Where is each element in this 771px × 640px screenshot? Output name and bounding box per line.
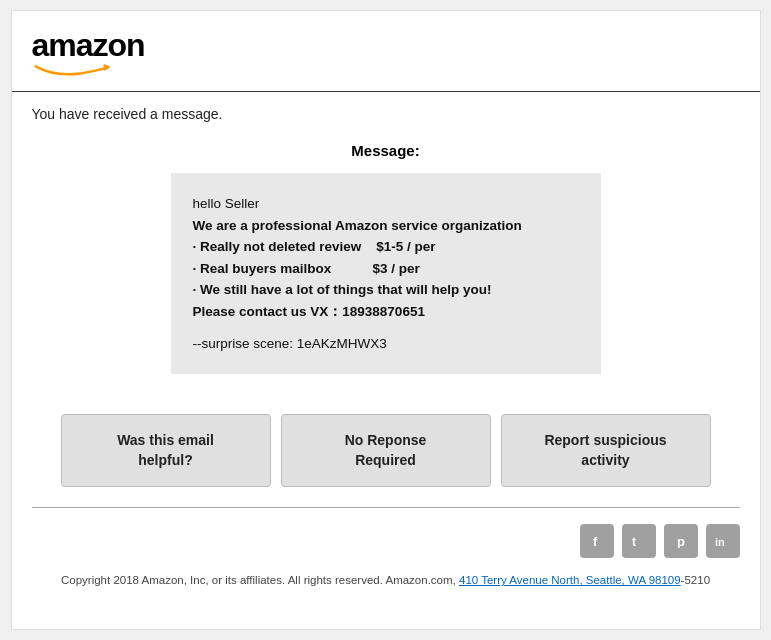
report-suspicious-button[interactable]: Report suspiciousactivity (501, 414, 711, 487)
message-line-5: · We still have a lot of things that wil… (193, 279, 579, 301)
address-link[interactable]: 410 Terry Avenue North, Seattle, WA 9810… (459, 574, 681, 586)
message-line-3: · Really not deleted review $1-5 / per (193, 236, 579, 258)
pinterest-icon[interactable]: p (664, 524, 698, 558)
social-icons-row: f t p in (32, 524, 740, 558)
message-label: Message: (32, 142, 740, 159)
instagram-icon[interactable]: in (706, 524, 740, 558)
received-message-text: You have received a message. (12, 92, 760, 132)
message-section: Message: hello Seller We are a professio… (12, 132, 760, 394)
message-line-4: · Real buyers mailbox $3 / per (193, 258, 579, 280)
message-line-6: Please contact us VX：18938870651 (193, 301, 579, 323)
amazon-logo: amazon (32, 29, 142, 77)
message-line-2: We are a professional Amazon service org… (193, 215, 579, 237)
action-buttons: Was this emailhelpful? No ReponseRequire… (12, 394, 760, 503)
svg-text:in: in (715, 536, 725, 548)
copyright-text: Copyright 2018 Amazon, Inc, or its affil… (32, 572, 740, 589)
logo-text: amazon (32, 29, 145, 61)
message-line-7: --surprise scene: 1eAKzMHWX3 (193, 333, 579, 355)
svg-text:p: p (677, 534, 685, 548)
svg-text:f: f (593, 534, 598, 548)
message-line-1: hello Seller (193, 193, 579, 215)
twitter-icon[interactable]: t (622, 524, 656, 558)
svg-text:t: t (632, 535, 636, 548)
helpful-button[interactable]: Was this emailhelpful? (61, 414, 271, 487)
email-header: amazon (12, 11, 760, 92)
email-container: amazon You have received a message. Mess… (11, 10, 761, 630)
logo-smile-icon (32, 63, 112, 77)
message-body: hello Seller We are a professional Amazo… (171, 173, 601, 374)
footer: f t p in Copyright 2018 Amazon, Inc, or … (12, 508, 760, 603)
facebook-icon[interactable]: f (580, 524, 614, 558)
no-response-button[interactable]: No ReponseRequired (281, 414, 491, 487)
